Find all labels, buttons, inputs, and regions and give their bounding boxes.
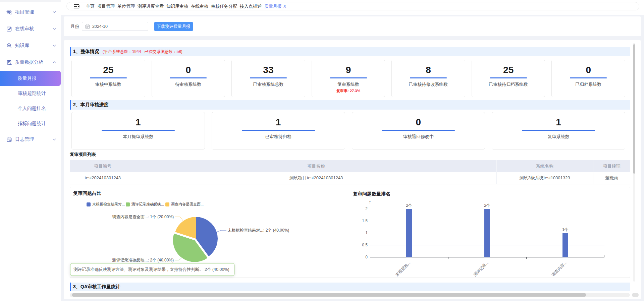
tab-unit-management[interactable]: 单位管理	[117, 3, 135, 9]
pie-label-line-yellow	[175, 217, 183, 221]
stat-label: 复审系统数	[492, 134, 625, 140]
sidebar-item-online-review[interactable]: 在线审核	[0, 20, 61, 37]
sidebar-subitem-label: 审核超期统计	[18, 91, 46, 97]
horizontal-scrollbar[interactable]	[70, 293, 630, 297]
stat-underline	[410, 77, 447, 78]
pie-tooltip-text: 测评记录准确反映测评方法、测评对象及测评结果，支持符合性判断。 2个 (40.0…	[73, 267, 229, 273]
section-title: 1、整体情况	[73, 49, 99, 55]
re-review-rate: 复审率: 27.3%	[312, 88, 385, 94]
section-header-qa-workload: 3、QA审核工作量统计	[70, 283, 630, 291]
bar[interactable]	[406, 209, 412, 257]
filter-panel: 月份 下载测评质量月报	[64, 16, 641, 36]
cell-system-name: 测试3级系统test10301323	[496, 172, 593, 184]
download-report-button[interactable]: 下载测评质量月报	[154, 22, 193, 31]
stat-card-re-review: 9 复审系统数 复审率: 27.3%	[312, 60, 385, 97]
month-input[interactable]	[92, 24, 139, 29]
tab-access-point-description[interactable]: 接入点描述	[240, 3, 262, 9]
vertical-scrollbar[interactable]	[633, 43, 635, 282]
cell-project-code: test202410301243	[70, 172, 136, 184]
monthly-progress-cards: 1 本月提审系统数 1 已审核待归档 0 审核退回修改中 1 复审系统数	[71, 112, 625, 149]
stat-underline	[382, 130, 455, 131]
chevron-up-icon	[53, 61, 56, 63]
x-category-label: 调查内容...	[550, 260, 568, 278]
menu-fold-icon[interactable]	[74, 4, 79, 9]
column-header-system-name: 系统名称	[496, 160, 593, 172]
y-tick-label: 0.5	[362, 243, 368, 247]
stat-value: 0	[152, 65, 225, 75]
bar-chart-labels: 2个未根据检...2个测评记录...1个调查内容...	[394, 203, 569, 278]
x-category-label: 测评记录...	[472, 260, 490, 278]
stat-value: 0	[552, 65, 625, 75]
y-tick-label: 1.5	[362, 219, 368, 223]
cell-project-manager: 董晓雨	[593, 172, 630, 184]
stat-underline	[170, 77, 207, 78]
y-tick-label: 2	[365, 206, 368, 211]
section-title: 2、本月审核进度	[73, 102, 109, 108]
report-content-panel: 1、整体情况 (平台系统总数：1944 已提交系统总数：58) 25 审核中系统…	[64, 40, 641, 299]
stat-value: 1	[492, 117, 625, 127]
stat-underline	[242, 130, 315, 131]
stat-label: 已审核待修改系统数	[392, 81, 465, 87]
bar[interactable]	[484, 209, 490, 257]
horizontal-scrollbar-thumb[interactable]	[72, 293, 586, 297]
tab-home[interactable]: 主页	[86, 3, 95, 9]
knowledge-search-icon	[6, 43, 12, 49]
section-note: (平台系统总数：1944 已提交系统总数：58)	[103, 49, 182, 55]
bank-icon	[6, 9, 12, 15]
stat-label: 已审核系统总数	[232, 81, 305, 87]
stat-underline	[250, 77, 287, 78]
nav-tabs: 主页 项目管理 单位管理 测评进度查看 知识库审核 在线审核 审核任务分配 接入…	[86, 3, 289, 9]
stat-value: 1	[72, 117, 205, 127]
table-row[interactable]: test202410301243 测试项目test202410301243 测试…	[70, 172, 630, 184]
scrollbar-corner	[632, 293, 639, 297]
log-calendar-icon	[6, 136, 12, 142]
sidebar-subitem-quality-monthly-report[interactable]: 质量月报	[0, 71, 61, 86]
stat-underline	[90, 77, 127, 78]
review-project-table: 项目编号 项目名称 系统名称 项目经理 test202410301243 测试项…	[70, 160, 630, 184]
sidebar-item-log-management[interactable]: 日志管理	[0, 131, 61, 148]
tab-label: 质量月报	[264, 4, 282, 9]
stat-label: 待审核系统数	[152, 81, 225, 87]
bar[interactable]	[562, 233, 568, 257]
sidebar-subitem-indicator-issue-stats[interactable]: 指标问题统计	[0, 116, 61, 131]
sidebar-subitem-label: 指标问题统计	[18, 121, 46, 127]
stat-label: 已审核待归档系统数	[472, 81, 545, 87]
stat-card-monthly-submitted: 1 本月提审系统数	[71, 112, 205, 149]
overview-cards: 25 审核中系统数 0 待审核系统数 33 已审核系统总数 9 复审系统数 复审…	[71, 60, 625, 97]
tab-evaluation-progress[interactable]: 测评进度查看	[138, 3, 164, 9]
close-icon[interactable]: X	[283, 4, 286, 9]
chevron-down-icon	[53, 45, 56, 47]
review-project-list-title: 复审项目列表	[70, 152, 96, 158]
tab-online-review[interactable]: 在线审核	[191, 3, 208, 9]
stat-card-reviewed-to-archive: 25 已审核待归档系统数	[472, 60, 545, 97]
section-header-monthly-progress: 2、本月审核进度	[70, 100, 630, 110]
stat-underline	[522, 130, 595, 131]
vertical-scrollbar-thumb[interactable]	[633, 44, 635, 174]
month-picker[interactable]	[82, 22, 148, 31]
quality-monthly-report-page: 项目管理 在线审核	[0, 0, 644, 301]
stat-underline	[570, 77, 607, 78]
y-tick-label: 0	[365, 255, 368, 259]
stat-card-reviewed-to-modify: 8 已审核待修改系统数	[391, 60, 465, 97]
stat-card-monthly-returned: 0 审核退回修改中	[352, 112, 485, 149]
tab-project-management[interactable]: 项目管理	[97, 3, 115, 9]
sidebar-menu: 项目管理 在线审核	[0, 2, 61, 148]
tab-review-task-assignment[interactable]: 审核任务分配	[211, 3, 237, 9]
pie-label-blue: 未根据检查结果对...: 2个 (40.00%)	[228, 228, 289, 233]
sidebar-item-project-management[interactable]: 项目管理	[0, 4, 61, 20]
month-label: 月份	[70, 16, 79, 36]
sidebar-item-label: 项目管理	[15, 9, 34, 15]
stat-label: 本月提审系统数	[72, 134, 205, 140]
calendar-icon	[85, 24, 90, 29]
sidebar-subitem-personal-issue-ranking[interactable]: 个人问题排名	[0, 101, 61, 116]
sidebar-item-label: 在线审核	[15, 26, 34, 32]
sidebar-item-knowledge-base[interactable]: 知识库	[0, 37, 61, 54]
report-analysis-icon	[6, 59, 12, 65]
tab-knowledge-review[interactable]: 知识库审核	[166, 3, 188, 9]
tab-quality-monthly-report[interactable]: 质量月报X	[264, 3, 286, 9]
stat-card-monthly-re-review: 1 复审系统数	[492, 112, 625, 149]
sidebar-subitem-review-overdue-stats[interactable]: 审核超期统计	[0, 86, 61, 101]
sidebar-item-quality-data-analysis[interactable]: 质量数据分析	[0, 54, 61, 71]
stat-label: 复审系统数	[312, 81, 385, 87]
sidebar-subitem-label: 个人问题排名	[18, 106, 46, 112]
